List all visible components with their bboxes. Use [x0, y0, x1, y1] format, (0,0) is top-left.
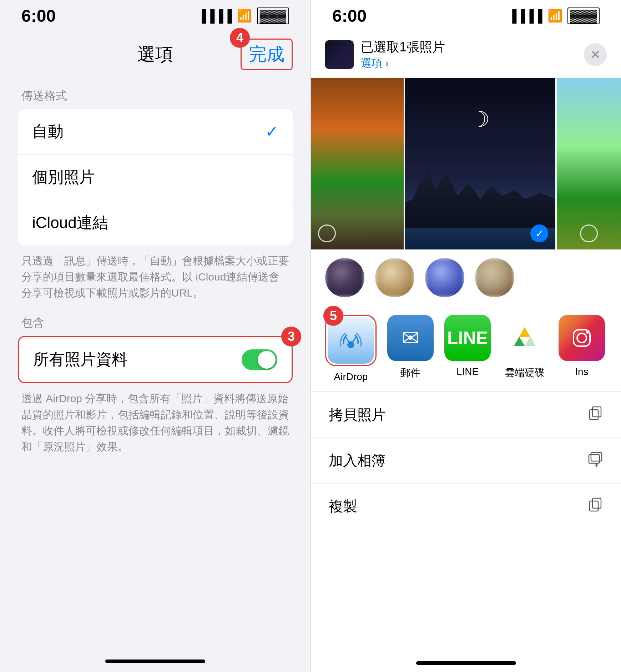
share-header: 已選取1張照片 選項 › ✕ [311, 31, 621, 78]
contact-item-1[interactable] [325, 258, 364, 297]
instagram-label: Ins [575, 366, 588, 378]
contact-avatar-blur-3 [425, 258, 464, 297]
photo-select-circle-3[interactable] [580, 224, 598, 242]
contact-avatar-blur-2 [375, 258, 414, 297]
status-bar-left: 6:00 ▐▐▐▐ 📶 ▓▓▓ [0, 0, 310, 31]
home-indicator-left [0, 651, 310, 672]
instagram-svg [569, 325, 594, 350]
include-section-label: 包含 [18, 315, 293, 331]
battery-icon-right: ▓▓▓ [567, 7, 600, 24]
svg-rect-11 [592, 407, 601, 417]
app-item-drive[interactable]: 雲端硬碟 [501, 315, 548, 383]
add-album-icon [587, 451, 603, 470]
moon-symbol: ☽ [471, 107, 490, 132]
option-individual[interactable]: 個別照片 [18, 155, 293, 200]
contacts-row [311, 249, 621, 306]
contact-avatar-blur-1 [325, 258, 364, 297]
transfer-description: 只透過「訊息」傳送時，「自動」會根據檔案大小或正要分享的項目數量來選取最佳格式。… [18, 253, 293, 301]
instagram-wrapper [559, 315, 605, 361]
contact-item-3[interactable] [425, 258, 464, 297]
step-badge-4: 4 [230, 28, 250, 48]
action-add-album[interactable]: 加入相簿 [311, 438, 621, 484]
airdrop-svg [337, 326, 365, 355]
instagram-icon [559, 315, 605, 361]
status-bar-right: 6:00 ▐▐▐▐ 📶 ▓▓▓ [311, 0, 621, 31]
home-indicator-right [311, 654, 621, 672]
copy-photo-svg [587, 405, 603, 421]
line-symbol: LINE [447, 328, 488, 348]
nav-bar-left: 選項 4 完成 [0, 31, 310, 77]
contact-avatar-3 [425, 258, 464, 297]
airdrop-wrapper: 5 [325, 315, 377, 366]
contact-avatar-1 [325, 258, 364, 297]
photo-select-circle-1[interactable] [318, 224, 336, 242]
mail-icon: ✉ [387, 315, 434, 361]
signal-icon-right: ▐▐▐▐ [508, 9, 542, 23]
contact-avatar-4 [475, 258, 514, 297]
drive-svg [510, 324, 539, 352]
done-button[interactable]: 完成 [241, 39, 293, 70]
photo-bg-3 [557, 78, 621, 249]
add-album-svg [587, 451, 603, 467]
include-description: 透過 AirDrop 分享時，包含所有「照片」資料將傳送原始品質的照片和影片，包… [18, 390, 293, 455]
svg-marker-6 [519, 337, 535, 346]
action-duplicate-label: 複製 [329, 496, 357, 516]
transfer-format-card: 自動 ✓ 個別照片 iCloud連結 [18, 109, 293, 246]
wifi-icon-left: 📶 [237, 9, 252, 23]
wifi-icon-right: 📶 [547, 9, 562, 23]
option-auto-label: 自動 [32, 121, 64, 142]
contact-item-2[interactable] [375, 258, 414, 297]
contact-item-4[interactable] [475, 258, 514, 297]
duplicate-icon [587, 497, 603, 516]
line-wrapper: LINE [444, 315, 491, 361]
svg-rect-12 [589, 455, 600, 463]
status-icons-left: ▐▐▐▐ 📶 ▓▓▓ [197, 7, 289, 24]
action-copy-photo-label: 拷貝照片 [329, 405, 386, 425]
photo-select-checked[interactable]: ✓ [530, 224, 548, 242]
photo-item-2[interactable]: ☽ ✓ [405, 78, 555, 249]
action-duplicate[interactable]: 複製 [311, 484, 621, 529]
app-item-line[interactable]: LINE LINE [444, 315, 491, 383]
app-item-instagram[interactable]: Ins [559, 315, 605, 383]
apps-row: 5 AirDrop ✉ [311, 306, 621, 391]
share-close-button[interactable]: ✕ [584, 43, 607, 66]
svg-rect-16 [590, 501, 598, 511]
transfer-format-label: 傳送格式 [18, 88, 293, 104]
option-icloud-label: iCloud連結 [32, 212, 108, 233]
home-bar-left [105, 660, 205, 663]
share-subtitle[interactable]: 選項 › [361, 56, 577, 71]
share-title: 已選取1張照片 [361, 39, 577, 56]
svg-point-9 [586, 331, 589, 334]
left-panel: 6:00 ▐▐▐▐ 📶 ▓▓▓ 選項 4 完成 傳送格式 自動 ✓ 個別照片 i… [0, 0, 310, 672]
contact-avatar-2 [375, 258, 414, 297]
app-item-airdrop[interactable]: 5 AirDrop [325, 315, 377, 383]
share-info: 已選取1張照片 選項 › [361, 39, 577, 71]
action-add-album-label: 加入相簿 [329, 451, 386, 470]
nav-title: 選項 [137, 42, 173, 66]
copy-photo-icon [587, 405, 603, 424]
step-badge-5: 5 [323, 306, 343, 326]
photos-row: ☽ ✓ [311, 78, 621, 249]
duplicate-svg [587, 497, 603, 512]
battery-icon-left: ▓▓▓ [257, 7, 289, 24]
app-item-mail[interactable]: ✉ 郵件 [387, 315, 434, 383]
toggle-switch[interactable] [242, 349, 277, 370]
city-silhouette [405, 164, 555, 228]
done-button-wrapper: 4 完成 [241, 39, 293, 70]
option-auto[interactable]: 自動 ✓ [18, 109, 293, 155]
action-copy-photo[interactable]: 拷貝照片 [311, 392, 621, 438]
share-thumb-image [325, 40, 354, 69]
action-list: 拷貝照片 加入相簿 複製 [311, 392, 621, 654]
photo-item-3[interactable] [557, 78, 621, 249]
step-badge-3: 3 [281, 327, 301, 347]
mail-label: 郵件 [400, 366, 420, 380]
drive-wrapper [501, 315, 548, 361]
mail-wrapper: ✉ [387, 315, 434, 361]
svg-rect-17 [592, 498, 601, 508]
option-icloud[interactable]: iCloud連結 [18, 200, 293, 246]
photo-item-1[interactable] [311, 78, 404, 249]
status-icons-right: ▐▐▐▐ 📶 ▓▓▓ [508, 7, 600, 24]
home-bar-right [416, 661, 516, 665]
include-card-wrapper: 3 所有照片資料 [18, 336, 293, 383]
checkmark-auto: ✓ [265, 122, 278, 141]
